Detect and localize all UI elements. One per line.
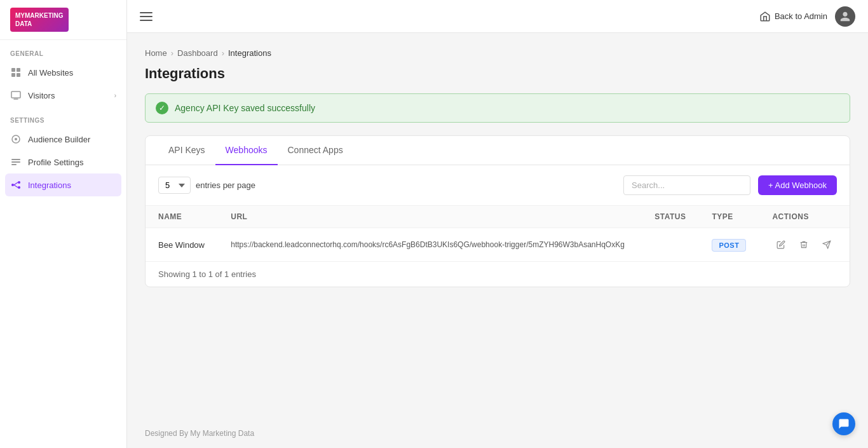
grid-icon bbox=[10, 67, 22, 78]
sidebar: MYMARKETING DATA GENERAL All Websites Vi… bbox=[0, 0, 127, 448]
main-content: Back to Admin Home › Dashboard › Integra… bbox=[127, 0, 868, 448]
logo: MYMARKETING DATA bbox=[0, 0, 126, 40]
user-avatar[interactable] bbox=[835, 6, 855, 27]
chevron-right-icon: › bbox=[114, 92, 116, 99]
tab-api-keys[interactable]: API Keys bbox=[158, 136, 215, 165]
svg-point-6 bbox=[15, 138, 17, 140]
sidebar-item-label: Visitors bbox=[28, 91, 55, 100]
row-type: POST bbox=[699, 228, 759, 262]
svg-point-10 bbox=[11, 184, 14, 186]
col-url: URL bbox=[218, 206, 642, 228]
svg-rect-0 bbox=[11, 68, 15, 72]
table-header-row: NAME URL STATUS TYPE ACTIONS bbox=[146, 206, 850, 228]
general-section-label: GENERAL bbox=[0, 40, 126, 61]
entries-per-page-label: entries per page bbox=[196, 180, 255, 190]
entries-per-page-select[interactable]: 5 10 25 50 bbox=[158, 177, 191, 194]
add-webhook-button[interactable]: + Add Webhook bbox=[758, 175, 837, 195]
col-type: TYPE bbox=[699, 206, 759, 228]
success-message: Agency API Key saved successfully bbox=[175, 103, 315, 113]
success-icon: ✓ bbox=[156, 102, 168, 114]
circle-icon bbox=[10, 133, 22, 145]
row-actions bbox=[759, 228, 850, 262]
row-status bbox=[642, 228, 699, 262]
toolbar-right: + Add Webhook bbox=[623, 175, 837, 195]
svg-rect-3 bbox=[17, 73, 20, 77]
post-badge: POST bbox=[712, 239, 746, 252]
col-name: NAME bbox=[146, 206, 218, 228]
showing-label: Showing 1 to 1 of 1 entries bbox=[146, 261, 850, 287]
chat-bubble[interactable] bbox=[832, 412, 855, 435]
svg-rect-1 bbox=[17, 68, 20, 72]
profile-icon bbox=[10, 156, 22, 168]
row-url: https://backend.leadconnectorhq.com/hook… bbox=[218, 228, 642, 262]
page-footer: Designed By My Marketing Data bbox=[127, 419, 868, 448]
table-toolbar: 5 10 25 50 entries per page + Add Webhoo… bbox=[146, 165, 850, 205]
svg-line-13 bbox=[14, 182, 18, 185]
actions-cell bbox=[772, 236, 837, 254]
sidebar-item-profile-settings[interactable]: Profile Settings bbox=[0, 151, 126, 173]
tab-webhooks[interactable]: Webhooks bbox=[215, 136, 278, 165]
svg-rect-7 bbox=[11, 159, 20, 160]
delete-button[interactable] bbox=[795, 236, 813, 254]
sidebar-item-integrations[interactable]: Integrations bbox=[5, 173, 121, 196]
home-icon bbox=[759, 11, 771, 22]
svg-rect-4 bbox=[11, 92, 20, 98]
col-actions: ACTIONS bbox=[759, 206, 850, 228]
integrations-icon bbox=[10, 179, 22, 191]
tabs-bar: API Keys Webhooks Connect Apps bbox=[146, 136, 850, 165]
topbar: Back to Admin bbox=[127, 0, 868, 33]
svg-point-11 bbox=[18, 181, 20, 184]
sidebar-item-visitors[interactable]: Visitors › bbox=[0, 84, 126, 107]
sidebar-item-audience-builder[interactable]: Audience Builder bbox=[0, 128, 126, 151]
search-input[interactable] bbox=[623, 175, 750, 195]
hamburger-menu[interactable] bbox=[140, 12, 153, 21]
svg-rect-2 bbox=[11, 73, 15, 77]
breadcrumb: Home › Dashboard › Integrations bbox=[145, 48, 850, 58]
logo-box: MYMARKETING DATA bbox=[10, 8, 69, 32]
back-to-admin-link[interactable]: Back to Admin bbox=[759, 11, 827, 22]
svg-point-12 bbox=[18, 186, 20, 189]
breadcrumb-dashboard[interactable]: Dashboard bbox=[177, 48, 218, 58]
page-title: Integrations bbox=[145, 65, 850, 82]
page-content: Home › Dashboard › Integrations Integrat… bbox=[127, 33, 868, 419]
sidebar-item-label: Integrations bbox=[28, 180, 71, 190]
entries-control: 5 10 25 50 entries per page bbox=[158, 177, 255, 194]
breadcrumb-home[interactable]: Home bbox=[145, 48, 167, 58]
breadcrumb-current: Integrations bbox=[228, 48, 271, 58]
sidebar-item-all-websites[interactable]: All Websites bbox=[0, 61, 126, 84]
breadcrumb-sep-1: › bbox=[171, 48, 173, 58]
edit-button[interactable] bbox=[772, 236, 790, 254]
success-banner: ✓ Agency API Key saved successfully bbox=[145, 93, 850, 123]
sidebar-item-label: Profile Settings bbox=[28, 158, 83, 167]
row-name: Bee Window bbox=[146, 228, 218, 262]
col-status: STATUS bbox=[642, 206, 699, 228]
integrations-card: API Keys Webhooks Connect Apps 5 10 25 5… bbox=[145, 135, 850, 287]
svg-rect-9 bbox=[11, 164, 17, 165]
settings-section-label: SETTINGS bbox=[0, 107, 126, 128]
visitors-icon bbox=[10, 90, 22, 101]
sidebar-item-label: All Websites bbox=[28, 68, 73, 78]
webhooks-table: NAME URL STATUS TYPE ACTIONS Bee Window … bbox=[146, 205, 850, 261]
breadcrumb-sep-2: › bbox=[222, 48, 224, 58]
svg-line-14 bbox=[14, 185, 18, 187]
sidebar-item-label: Audience Builder bbox=[28, 135, 90, 144]
svg-rect-8 bbox=[11, 161, 20, 163]
table-row: Bee Window https://backend.leadconnector… bbox=[146, 228, 850, 262]
tab-connect-apps[interactable]: Connect Apps bbox=[278, 136, 353, 165]
send-button[interactable] bbox=[818, 236, 836, 254]
